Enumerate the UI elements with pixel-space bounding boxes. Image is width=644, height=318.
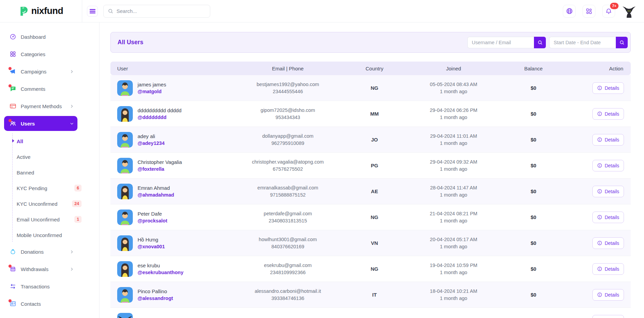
sidebar-subitem-mobile-unconfirmed[interactable]: Mobile Unconfirmed (13, 228, 82, 242)
user-username-link[interactable]: @esekrubuanthony (138, 270, 183, 275)
sidebar-subitem-active[interactable]: Active (13, 150, 82, 164)
user-email: dollanyapp@gmail.com (226, 133, 350, 140)
user-row-avatar (117, 80, 133, 96)
col-joined: Joined (399, 62, 508, 75)
details-button[interactable]: Details (592, 82, 624, 94)
table-row: Emran Ahmad @ahmadahmad emranalkassab@gm… (110, 179, 631, 204)
user-username-link[interactable]: @dddddddd (138, 115, 166, 120)
user-row-avatar (117, 235, 133, 251)
details-button[interactable]: Details (592, 289, 624, 301)
details-button-label: Details (605, 266, 619, 272)
sidebar-item-contacts[interactable]: Contacts (4, 296, 77, 311)
country-code: IT (350, 282, 399, 308)
chevron-right-icon (70, 104, 74, 108)
user-email: peterdafe@gmail.com (226, 210, 350, 217)
details-button[interactable]: Details (592, 315, 624, 318)
balance-value: $0 (508, 101, 559, 127)
joined-ago: 1 month ago (399, 114, 508, 121)
user-name: adey ali (138, 133, 164, 139)
sidebar-item-comments[interactable]: Comments (4, 81, 77, 96)
joined-date: 19-04-2024 10:59 PM (399, 262, 508, 269)
user-username-link[interactable]: @procksalot (138, 218, 167, 223)
details-button[interactable]: Details (592, 134, 624, 146)
global-search[interactable] (103, 5, 210, 18)
date-filter (549, 37, 628, 48)
donations-icon (10, 248, 16, 255)
categories-icon (10, 51, 16, 57)
sidebar-item-campaigns[interactable]: Campaigns (4, 64, 77, 79)
user-name: Peter Dafe (138, 211, 167, 217)
country-code (350, 308, 399, 318)
details-button-label: Details (605, 111, 619, 117)
joined-ago: 1 month ago (399, 166, 508, 173)
apps-grid-button[interactable] (583, 5, 595, 18)
user-row-avatar (117, 261, 133, 277)
date-range-filter-input[interactable] (549, 37, 616, 48)
details-button-label: Details (605, 215, 619, 220)
topbar: nixfund 7+ (0, 0, 644, 22)
user-name: ese krubu (138, 263, 183, 268)
sidebar-subitem-all[interactable]: All (13, 134, 82, 148)
user-username-link[interactable]: @matgold (138, 89, 162, 94)
country-code: AE (350, 179, 399, 204)
sidebar-item-donations[interactable]: Donations (4, 244, 77, 259)
sidebar-item-payment-methods[interactable]: Payment Methods (4, 99, 77, 114)
joined-date: 29-04-2024 06:26 PM (399, 107, 508, 114)
sidebar-item-withdrawals[interactable]: Withdrawals (4, 262, 77, 277)
user-username-link[interactable]: @alessandrogt (138, 296, 173, 301)
joined-ago: 1 month ago (399, 243, 508, 250)
sidebar-subitem-banned[interactable]: Banned (13, 166, 82, 179)
notification-dot (8, 84, 12, 87)
sidebar-item-dashboard[interactable]: Dashboard (4, 29, 77, 44)
user-name: Emran Ahmad (138, 185, 174, 191)
details-button[interactable]: Details (592, 186, 624, 197)
user-row-avatar (117, 132, 133, 148)
user-avatar[interactable] (622, 4, 636, 18)
notifications-button[interactable]: 7+ (602, 5, 615, 18)
balance-value: $0 (508, 75, 559, 101)
sidebar-menu: Dashboard Categories Campaigns Comments … (4, 29, 77, 311)
comments-icon (10, 85, 16, 92)
sidebar-subitem-email-unconfirmed[interactable]: Email Unconfirmed 1 (13, 213, 82, 226)
user-name: dddddddddd ddddd (138, 107, 181, 113)
details-button[interactable]: Details (592, 212, 624, 223)
sidebar-toggle-button[interactable] (87, 6, 98, 17)
details-button[interactable]: Details (592, 263, 624, 275)
app: nixfund 7+ (0, 0, 644, 318)
count-badge: 1 (74, 216, 82, 223)
user-phone: 962795910089 (226, 140, 350, 147)
user-phone: 67576275502 (226, 166, 350, 173)
date-search-button[interactable] (616, 37, 628, 48)
language-globe-button[interactable] (563, 5, 576, 18)
global-search-input[interactable] (117, 8, 206, 14)
username-search-button[interactable] (534, 37, 546, 48)
col-action: Action (559, 62, 631, 75)
joined-ago: 1 month ago (399, 88, 508, 95)
chevron-right-icon (70, 267, 74, 271)
joined-ago: 1 month ago (399, 295, 508, 302)
sidebar-item-categories[interactable]: Categories (4, 47, 77, 62)
sidebar-item-users[interactable]: Users (4, 116, 77, 131)
sidebar-item-transactions[interactable]: Transactions (4, 279, 77, 294)
country-code: NG (350, 75, 399, 101)
user-username-link[interactable]: @foxterella (138, 166, 164, 172)
user-email: gipom72025@idsho.com (226, 107, 350, 114)
details-button-label: Details (605, 292, 619, 298)
username-email-filter-input[interactable] (467, 37, 534, 48)
user-username-link[interactable]: @xnova001 (138, 244, 165, 249)
details-button[interactable]: Details (592, 237, 624, 249)
balance-value: $0 (508, 153, 559, 179)
details-button[interactable]: Details (592, 160, 624, 171)
user-username-link[interactable]: @adey1234 (138, 140, 164, 146)
sidebar-subitem-kyc-unconfirmed[interactable]: KYC Unconfirmed 24 (13, 197, 82, 211)
notification-dot (8, 299, 12, 302)
sidebar-subitem-kyc-pending[interactable]: KYC Pending 6 (13, 181, 82, 195)
details-button[interactable]: Details (592, 108, 624, 120)
brand-logo[interactable]: nixfund (0, 0, 82, 22)
user-username-link[interactable]: @ahmadahmad (138, 192, 174, 198)
page-header-bar: All Users (110, 32, 631, 53)
notification-badge: 7+ (610, 3, 619, 9)
country-code: VN (350, 230, 399, 256)
table-row: adey ali @adey1234 dollanyapp@gmail.com … (110, 127, 631, 153)
dashboard-icon (10, 33, 16, 40)
